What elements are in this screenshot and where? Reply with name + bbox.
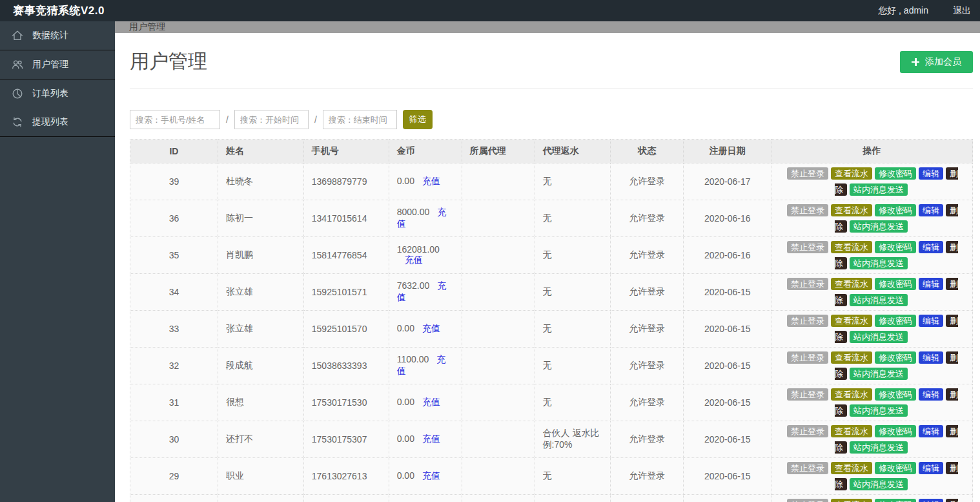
edit-button[interactable]: 编辑 [919,388,943,401]
view-flow-button[interactable]: 查看流水 [831,499,872,502]
forbid-login-button[interactable]: 禁止登录 [787,499,828,502]
forbid-login-button[interactable]: 禁止登录 [787,388,828,401]
sidebar-item-orders[interactable]: 订单列表 [0,79,115,108]
view-flow-button[interactable]: 查看流水 [831,388,872,401]
send-message-button[interactable]: 站内消息发送 [850,331,908,343]
view-flow-button[interactable]: 查看流水 [831,167,872,180]
view-flow-button[interactable]: 查看流水 [831,462,872,474]
table-row: 39杜晓冬136988797790.00充值无允许登录2020-06-17禁止登… [130,163,973,200]
filter-bar: / / 筛选 [130,110,973,129]
view-flow-button[interactable]: 查看流水 [831,241,872,253]
send-message-button[interactable]: 站内消息发送 [850,441,908,454]
gold-value: 162081.00 [397,244,440,255]
change-password-button[interactable]: 修改密码 [875,462,916,474]
view-flow-button[interactable]: 查看流水 [831,351,872,364]
send-message-button[interactable]: 站内消息发送 [850,368,908,380]
recharge-link[interactable]: 充值 [422,397,440,407]
change-password-button[interactable]: 修改密码 [875,388,916,401]
cell-agent [462,495,535,502]
forbid-login-button[interactable]: 禁止登录 [787,278,828,290]
divider [130,89,973,89]
add-member-button[interactable]: 添加会员 [900,51,973,73]
forbid-login-button[interactable]: 禁止登录 [787,315,828,327]
send-message-button[interactable]: 站内消息发送 [850,294,908,306]
edit-button[interactable]: 编辑 [919,425,943,437]
separator: / [226,114,229,125]
change-password-button[interactable]: 修改密码 [875,351,916,364]
cell-name: 肖凯鹏 [218,237,303,274]
table-row: 30还打不175301753070.00充值合伙人 返水比例:70%允许登录20… [130,421,973,458]
change-password-button[interactable]: 修改密码 [875,425,916,437]
edit-button[interactable]: 编辑 [919,204,943,216]
cell-status: 允许登录 [611,163,684,200]
change-password-button[interactable]: 修改密码 [875,167,916,180]
edit-button[interactable]: 编辑 [919,167,943,180]
search-keyword-input[interactable] [130,110,220,129]
cell-phone: 17530171530 [303,384,389,421]
forbid-login-button[interactable]: 禁止登录 [787,462,828,474]
gold-value: 8000.00 [397,207,430,217]
view-flow-button[interactable]: 查看流水 [831,204,872,216]
table-row: 27菜徐坤173467717760.00充值代理商 返水比例:23%允许登录20… [130,495,973,502]
edit-button[interactable]: 编辑 [919,241,943,253]
change-password-button[interactable]: 修改密码 [875,241,916,253]
edit-button[interactable]: 编辑 [919,278,943,290]
cell-agent [462,200,535,237]
edit-button[interactable]: 编辑 [919,315,943,327]
forbid-login-button[interactable]: 禁止登录 [787,241,828,253]
cell-status: 允许登录 [611,274,684,311]
sidebar-item-statistics[interactable]: 数据统计 [0,21,115,50]
refresh-icon [11,116,24,129]
filter-submit-button[interactable]: 筛选 [403,110,433,129]
page-title: 用户管理 [130,48,207,75]
gold-value: 1100.00 [397,354,429,364]
recharge-link[interactable]: 充值 [422,434,440,444]
cell-agent [462,237,535,274]
search-end-time-input[interactable] [323,110,397,129]
forbid-login-button[interactable]: 禁止登录 [787,167,828,180]
send-message-button[interactable]: 站内消息发送 [850,257,908,269]
cell-gold: 1100.00充值 [389,348,462,384]
recharge-link[interactable]: 充值 [405,255,423,265]
change-password-button[interactable]: 修改密码 [875,278,916,290]
search-start-time-input[interactable] [234,110,309,129]
cell-id: 34 [130,274,218,311]
forbid-login-button[interactable]: 禁止登录 [787,425,828,437]
view-flow-button[interactable]: 查看流水 [831,425,872,437]
send-message-button[interactable]: 站内消息发送 [850,478,908,490]
sidebar-item-users[interactable]: 用户管理 [0,50,115,79]
recharge-link[interactable]: 充值 [422,176,440,186]
cell-name: 张立雄 [218,311,303,348]
logout-link[interactable]: 退出 [953,5,971,17]
cell-gold: 7632.00充值 [389,274,462,311]
send-message-button[interactable]: 站内消息发送 [850,404,908,417]
cell-name: 段成航 [218,348,303,384]
breadcrumb-label: 用户管理 [129,21,165,33]
edit-button[interactable]: 编辑 [919,499,943,502]
change-password-button[interactable]: 修改密码 [875,499,916,502]
cell-register-date: 2020-06-15 [684,311,771,348]
forbid-login-button[interactable]: 禁止登录 [787,204,828,216]
user-greeting: 您好 , admin [878,5,928,17]
cell-actions: 禁止登录查看流水修改密码编辑删除站内消息发送 [771,163,973,200]
column-header: ID [130,140,218,163]
sidebar-item-label: 提现列表 [32,116,68,128]
cell-agent [462,384,535,421]
column-header: 操作 [771,140,973,163]
sidebar-item-withdrawals[interactable]: 提现列表 [0,108,115,137]
view-flow-button[interactable]: 查看流水 [831,315,872,327]
cell-gold: 8000.00充值 [389,200,462,237]
recharge-link[interactable]: 充值 [422,470,440,481]
cell-phone: 17530175307 [303,421,389,458]
forbid-login-button[interactable]: 禁止登录 [787,351,828,364]
change-password-button[interactable]: 修改密码 [875,204,916,216]
cell-phone: 13698879779 [303,163,389,200]
cell-gold: 0.00充值 [389,495,462,502]
send-message-button[interactable]: 站内消息发送 [850,220,908,233]
change-password-button[interactable]: 修改密码 [875,315,916,327]
recharge-link[interactable]: 充值 [422,323,440,333]
edit-button[interactable]: 编辑 [919,351,943,364]
edit-button[interactable]: 编辑 [919,462,943,474]
send-message-button[interactable]: 站内消息发送 [850,183,908,196]
view-flow-button[interactable]: 查看流水 [831,278,872,290]
